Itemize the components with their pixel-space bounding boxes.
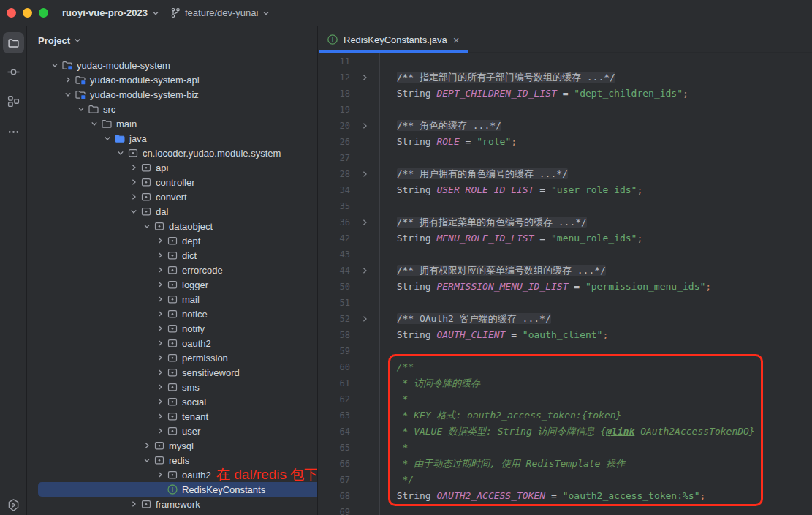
fold-arrow-icon[interactable] bbox=[350, 214, 380, 230]
maximize-window-button[interactable] bbox=[39, 8, 48, 18]
chevron-right-icon[interactable] bbox=[153, 321, 167, 336]
chevron-right-icon[interactable] bbox=[153, 350, 167, 365]
editor-tab-rediskeyconstants[interactable]: I RedisKeyConstants.java × bbox=[319, 26, 468, 53]
fold-arrow-icon[interactable] bbox=[350, 263, 380, 279]
project-tool-window-button[interactable] bbox=[3, 32, 24, 53]
tree-item-yudao-module-system[interactable]: yudao-module-system bbox=[27, 58, 317, 72]
chevron-right-icon[interactable] bbox=[153, 409, 167, 424]
code-line-61: 61 * 访问令牌的缓存 bbox=[318, 375, 812, 391]
code-text: /** 指定部门的所有子部门编号数组的缓存 ...*/ bbox=[380, 69, 615, 86]
token-str: "role" bbox=[477, 136, 511, 147]
code-text: /** 角色的缓存 ...*/ bbox=[380, 118, 501, 134]
tree-item-dataobject[interactable]: dataobject bbox=[27, 219, 317, 233]
tree-item-java[interactable]: java bbox=[27, 131, 317, 146]
chevron-down-icon[interactable] bbox=[140, 219, 153, 233]
chevron-right-icon[interactable] bbox=[140, 438, 153, 453]
chevron-down-icon[interactable] bbox=[140, 453, 153, 467]
branch-selector[interactable]: feature/dev-yunai bbox=[170, 0, 270, 26]
close-tab-icon[interactable]: × bbox=[452, 34, 460, 45]
chevron-right-icon[interactable] bbox=[153, 307, 167, 321]
code-editor[interactable]: 1112 /** 指定部门的所有子部门编号数组的缓存 ...*/18 Strin… bbox=[318, 53, 812, 515]
chevron-right-icon[interactable] bbox=[153, 248, 167, 263]
folder-icon bbox=[101, 116, 116, 131]
chevron-right-icon[interactable] bbox=[153, 292, 167, 307]
chevron-down-icon[interactable] bbox=[88, 116, 101, 131]
tree-item-api[interactable]: api bbox=[27, 160, 317, 175]
code-line-27: 27 bbox=[318, 150, 812, 166]
chevron-down-icon[interactable] bbox=[75, 102, 88, 116]
close-window-button[interactable] bbox=[7, 8, 16, 18]
tree-item-notify[interactable]: notify bbox=[27, 321, 317, 336]
code-line-65: 65 * bbox=[318, 440, 812, 456]
svg-text:I: I bbox=[332, 36, 334, 43]
chevron-right-icon[interactable] bbox=[127, 497, 140, 511]
module-icon bbox=[61, 58, 77, 72]
tree-item-tenant[interactable]: tenant bbox=[27, 409, 317, 424]
chevron-right-icon[interactable] bbox=[127, 175, 140, 189]
tree-item-notice[interactable]: notice bbox=[27, 307, 317, 321]
line-number: 51 bbox=[318, 295, 350, 311]
tree-item-dict[interactable]: dict bbox=[27, 248, 317, 263]
tree-item-yudao-module-system-api[interactable]: yudao-module-system-api bbox=[27, 72, 317, 87]
tree-item-rediskeyconstants[interactable]: IRedisKeyConstants bbox=[38, 482, 317, 497]
chevron-right-icon[interactable] bbox=[153, 233, 167, 248]
tree-item-oauth2[interactable]: oauth2 bbox=[27, 336, 317, 350]
chevron-right-icon[interactable] bbox=[153, 424, 167, 438]
services-tool-window-button[interactable] bbox=[3, 495, 24, 515]
minimize-window-button[interactable] bbox=[23, 8, 32, 18]
chevron-right-icon[interactable] bbox=[153, 365, 167, 380]
tree-item-yudao-module-system-biz[interactable]: yudao-module-system-biz bbox=[27, 87, 317, 102]
tree-item-dept[interactable]: dept bbox=[27, 233, 317, 248]
tree-item-permission[interactable]: permission bbox=[27, 350, 317, 365]
fold-arrow-icon[interactable] bbox=[350, 118, 380, 134]
tree-item-user[interactable]: user bbox=[27, 424, 317, 438]
tree-item-mail[interactable]: mail bbox=[27, 292, 317, 307]
token-link[interactable]: @link bbox=[606, 426, 634, 437]
tree-item-errorcode[interactable]: errorcode bbox=[27, 263, 317, 277]
project-panel-header[interactable]: Project bbox=[38, 26, 81, 54]
fold-arrow-icon[interactable] bbox=[350, 69, 380, 86]
token-plain: = bbox=[534, 233, 551, 244]
fold-arrow-icon[interactable] bbox=[350, 311, 380, 327]
tree-item-src[interactable]: src bbox=[27, 102, 317, 116]
fold-arrow-icon[interactable] bbox=[350, 166, 380, 182]
chevron-down-icon[interactable] bbox=[101, 131, 114, 146]
chevron-right-icon[interactable] bbox=[153, 394, 167, 409]
chevron-right-icon[interactable] bbox=[153, 336, 167, 350]
more-tool-windows-button[interactable] bbox=[3, 121, 24, 143]
chevron-right-icon[interactable] bbox=[61, 72, 75, 87]
commit-tool-window-button[interactable] bbox=[3, 61, 24, 83]
tree-item-cn-iocoder-yudao-module-system[interactable]: cn.iocoder.yudao.module.system bbox=[27, 146, 317, 160]
chevron-right-icon[interactable] bbox=[127, 160, 140, 175]
chevron-down-icon[interactable] bbox=[48, 58, 61, 72]
token-plain: = bbox=[568, 281, 585, 292]
tree-item-mysql[interactable]: mysql bbox=[27, 438, 317, 453]
chevron-right-icon[interactable] bbox=[127, 511, 140, 515]
chevron-right-icon[interactable] bbox=[127, 189, 140, 204]
tree-item-convert[interactable]: convert bbox=[27, 189, 317, 204]
tree-item-social[interactable]: social bbox=[27, 394, 317, 409]
chevron-right-icon[interactable] bbox=[153, 467, 167, 482]
tree-item-partial[interactable] bbox=[27, 511, 317, 515]
tree-item-dal[interactable]: dal bbox=[27, 204, 317, 219]
token-plain: = bbox=[534, 184, 551, 195]
code-text bbox=[380, 150, 385, 166]
tree-item-label: social bbox=[182, 396, 210, 407]
tree-item-logger[interactable]: logger bbox=[27, 277, 317, 292]
chevron-down-icon[interactable] bbox=[114, 146, 127, 160]
chevron-right-icon[interactable] bbox=[153, 263, 167, 277]
code-line-26: 26 String ROLE = "role"; bbox=[318, 134, 812, 150]
chevron-down-icon[interactable] bbox=[127, 204, 140, 219]
tree-item-sms[interactable]: sms bbox=[27, 380, 317, 394]
chevron-right-icon[interactable] bbox=[153, 277, 167, 292]
chevron-right-icon[interactable] bbox=[153, 380, 167, 394]
project-selector[interactable]: ruoyi-vue-pro-2023 bbox=[62, 0, 159, 26]
structure-tool-window-button[interactable] bbox=[3, 91, 24, 112]
tree-item-main[interactable]: main bbox=[27, 116, 317, 131]
tree-item-label: redis bbox=[169, 455, 194, 466]
editor-area: I RedisKeyConstants.java × 1112 /** 指定部门… bbox=[318, 26, 812, 515]
tree-item-framework[interactable]: framework bbox=[27, 497, 317, 511]
tree-item-controller[interactable]: controller bbox=[27, 175, 317, 189]
tree-item-sensitiveword[interactable]: sensitiveword bbox=[27, 365, 317, 380]
chevron-down-icon[interactable] bbox=[61, 87, 75, 102]
